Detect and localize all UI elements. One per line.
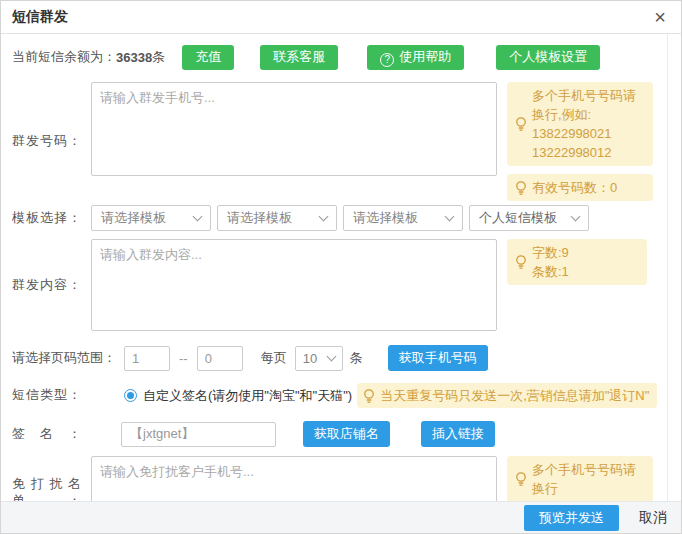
blacklist-row: 免打扰名单： 多个手机号号码请换行 [1, 456, 681, 503]
radio-selected-icon [127, 392, 134, 399]
message-row: 群发内容： 字数:9 条数:1 [1, 239, 681, 331]
personal-template-select-value: 个人短信模板 [479, 209, 557, 227]
per-page-value: 10 [303, 351, 317, 366]
insert-link-button[interactable]: 插入链接 [421, 421, 495, 447]
custom-signature-radio-label: 自定义签名(请勿使用"淘宝"和"天猫") [143, 387, 352, 405]
template-select-2-value: 请选择模板 [227, 209, 292, 227]
message-textarea[interactable] [91, 239, 497, 331]
recipients-tip-box: 多个手机号号码请换行,例如: 13822998021 13222998012 [507, 82, 653, 166]
tip-line: 多个手机号号码请换行,例如: [532, 86, 647, 124]
count-text: 字数:9 条数:1 [532, 243, 569, 281]
get-shop-name-button[interactable]: 获取店铺名 [303, 421, 390, 447]
lightbulb-icon [513, 254, 529, 270]
template-row: 模板选择： 请选择模板 请选择模板 请选择模板 个人短信模板 [1, 205, 681, 231]
page-range-separator: -- [179, 351, 188, 366]
balance-unit: 条 [152, 48, 165, 66]
per-page-unit: 条 [350, 349, 363, 367]
dialog-title: 短信群发 [12, 8, 68, 26]
chevron-down-icon [319, 211, 329, 221]
dialog-body: 当前短信余额为：36338条 充值 联系客服 ?使用帮助 个人模板设置 群发号码… [1, 34, 681, 503]
recipients-label: 群发号码： [1, 133, 91, 150]
blacklist-label: 免打扰名单： [1, 476, 91, 503]
page-range-row: 请选择页码范围： -- 每页 10 条 获取手机号码 [1, 345, 681, 371]
lightbulb-icon [513, 471, 529, 487]
recipients-row: 群发号码： 多个手机号号码请换行,例如: 13822998021 1322299… [1, 82, 681, 201]
template-select-1[interactable]: 请选择模板 [91, 205, 211, 231]
sms-type-tip-box: 当天重复号码只发送一次,营销信息请加"退订N" [357, 383, 657, 408]
message-label: 群发内容： [1, 277, 91, 294]
blacklist-tip-box: 多个手机号号码请换行 [507, 456, 653, 502]
help-button-label: 使用帮助 [399, 49, 451, 64]
sms-type-label: 短信类型： [1, 387, 91, 404]
balance-label: 当前短信余额为： [12, 48, 116, 66]
signature-input[interactable] [121, 422, 276, 447]
template-select-1-value: 请选择模板 [101, 209, 166, 227]
lightbulb-icon [513, 180, 529, 196]
tip-example-number: 13222998012 [532, 143, 647, 162]
tip-example-number: 13822998021 [532, 124, 647, 143]
blacklist-tip-text: 多个手机号号码请换行 [532, 460, 647, 498]
chevron-down-icon [193, 211, 203, 221]
sms-bulk-send-dialog: 短信群发 × 当前短信余额为：36338条 充值 联系客服 ?使用帮助 个人模板… [0, 0, 682, 534]
template-label: 模板选择： [1, 210, 91, 227]
sms-type-field: 自定义签名(请勿使用"淘宝"和"天猫") 当天重复号码只发送一次,营销信息请加"… [124, 383, 657, 408]
recharge-button[interactable]: 充值 [182, 45, 234, 70]
msg-count: 条数:1 [532, 262, 569, 281]
signature-row: 签名： 获取店铺名 插入链接 [1, 421, 681, 447]
help-button[interactable]: ?使用帮助 [367, 45, 464, 70]
blacklist-tips: 多个手机号号码请换行 [507, 456, 653, 502]
page-from-input[interactable] [124, 346, 170, 371]
personal-template-settings-button[interactable]: 个人模板设置 [496, 45, 600, 70]
balance-row: 当前短信余额为：36338条 充值 联系客服 ?使用帮助 个人模板设置 [1, 44, 681, 70]
message-tips: 字数:9 条数:1 [507, 239, 653, 285]
template-select-2[interactable]: 请选择模板 [217, 205, 337, 231]
custom-signature-radio[interactable] [124, 389, 137, 402]
chevron-down-icon [326, 351, 336, 361]
personal-template-select[interactable]: 个人短信模板 [469, 205, 589, 231]
recipients-textarea[interactable] [91, 82, 497, 176]
dialog-header: 短信群发 × [1, 1, 681, 34]
cancel-button[interactable]: 取消 [639, 509, 667, 527]
help-icon: ? [380, 53, 394, 67]
sms-type-tip-text: 当天重复号码只发送一次,营销信息请加"退订N" [380, 386, 649, 405]
sms-type-row: 短信类型： 自定义签名(请勿使用"淘宝"和"天猫") 当天重复号码只发送一次,营… [1, 383, 681, 408]
lightbulb-icon [361, 388, 377, 404]
signature-label: 签名： [1, 426, 91, 443]
recipients-tips: 多个手机号号码请换行,例如: 13822998021 13222998012 有… [507, 82, 653, 201]
recipients-tip-text: 多个手机号号码请换行,例如: 13822998021 13222998012 [532, 86, 647, 162]
template-select-3[interactable]: 请选择模板 [343, 205, 463, 231]
valid-count-text: 有效号码数：0 [532, 178, 617, 197]
template-select-3-value: 请选择模板 [353, 209, 418, 227]
lightbulb-icon [513, 116, 529, 132]
blacklist-textarea[interactable] [91, 456, 497, 503]
fetch-phone-numbers-button[interactable]: 获取手机号码 [388, 345, 488, 371]
valid-count-box: 有效号码数：0 [507, 174, 653, 201]
chevron-down-icon [445, 211, 455, 221]
char-count: 字数:9 [532, 243, 569, 262]
preview-and-send-button[interactable]: 预览并发送 [524, 505, 619, 531]
count-box: 字数:9 条数:1 [507, 239, 647, 285]
dialog-footer: 预览并发送 取消 [1, 501, 681, 533]
page-range-label: 请选择页码范围： [1, 349, 116, 367]
contact-support-button[interactable]: 联系客服 [260, 45, 338, 70]
scrollbar-track[interactable] [667, 34, 668, 503]
page-to-input[interactable] [197, 346, 243, 371]
per-page-label: 每页 [261, 349, 287, 367]
close-icon[interactable]: × [654, 7, 666, 27]
per-page-select[interactable]: 10 [295, 346, 343, 371]
chevron-down-icon [571, 211, 581, 221]
balance-amount: 36338 [116, 50, 152, 65]
